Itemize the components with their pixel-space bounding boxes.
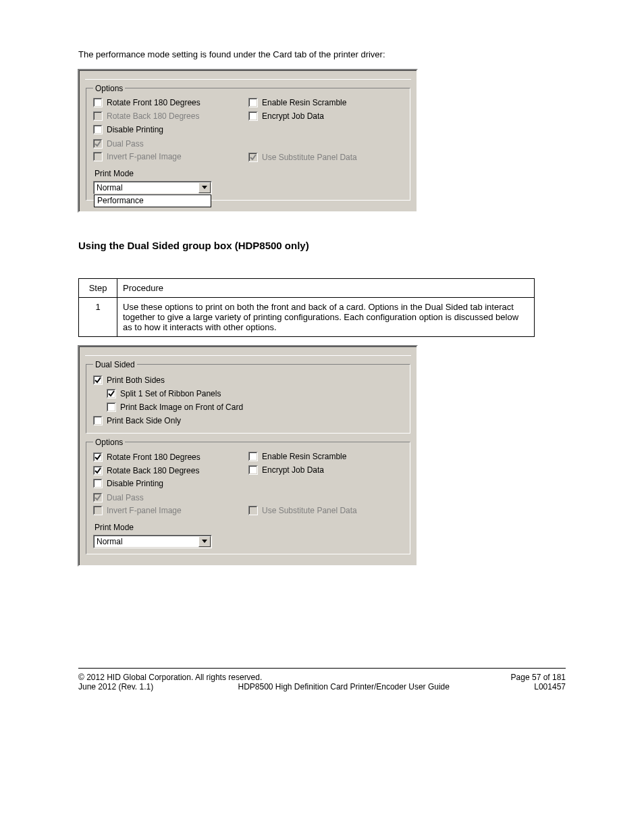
checkbox-label: Print Back Side Only — [107, 416, 181, 425]
footer-page: Page 57 of 181 — [511, 673, 566, 682]
use-substitute-panel-checkbox: Use Substitute Panel Data — [248, 153, 357, 162]
invert-fpanel-checkbox-2: Invert F-panel Image — [93, 506, 182, 515]
footer-right-code: L001457 — [534, 682, 566, 692]
print-mode-dropdown-list[interactable]: Performance — [94, 194, 211, 207]
rotate-back-checkbox-2[interactable]: Rotate Back 180 Degrees — [93, 466, 199, 475]
checkbox-label: Use Substitute Panel Data — [262, 153, 357, 162]
options-group: Options Rotate Front 180 DegreesEnable R… — [86, 84, 410, 201]
split-ribbon-panels-checkbox[interactable]: Split 1 Set of Ribbon Panels — [107, 389, 221, 398]
checkbox-box — [93, 416, 103, 425]
checkbox-box — [93, 152, 103, 161]
checkbox-label: Rotate Front 180 Degrees — [107, 98, 200, 107]
checkbox-box — [107, 402, 116, 412]
checkbox-label: Invert F-panel Image — [107, 152, 182, 161]
options-legend-2: Options — [93, 438, 125, 447]
footer-divider — [78, 668, 566, 669]
print-back-only-checkbox[interactable]: Print Back Side Only — [93, 416, 181, 425]
procedure-header-cell: Procedure — [117, 278, 535, 297]
footer: © 2012 HID Global Corporation. All right… — [78, 673, 566, 682]
dual-sided-panel: Dual Sided Print Both SidesSplit 1 Set o… — [78, 345, 418, 567]
footer-left-code: June 2012 (Rev. 1.1) — [78, 682, 153, 692]
step-header-cell: Step — [79, 278, 117, 297]
checkbox-box — [248, 506, 258, 515]
options-panel-top: Options Rotate Front 180 DegreesEnable R… — [78, 69, 418, 213]
footer-doc-title: HDP8500 High Definition Card Printer/Enc… — [238, 682, 449, 692]
checkbox-box — [93, 466, 103, 475]
use-substitute-panel-checkbox-2: Use Substitute Panel Data — [248, 506, 357, 515]
checkbox-label: Print Back Image on Front of Card — [120, 402, 243, 412]
checkbox-box — [248, 98, 258, 107]
footer-2: June 2012 (Rev. 1.1) HDP8500 High Defini… — [78, 682, 566, 692]
checkbox-label: Rotate Front 180 Degrees — [107, 452, 200, 462]
checkbox-label: Dual Pass — [107, 493, 144, 502]
checkbox-label: Encrypt Job Data — [262, 111, 324, 121]
dual-pass-checkbox: Dual Pass — [93, 139, 144, 149]
checkbox-label: Encrypt Job Data — [262, 465, 324, 475]
options-legend: Options — [93, 84, 125, 93]
print-mode-combobox[interactable]: Normal Performance — [93, 181, 212, 194]
checkbox-label: Enable Resin Scramble — [262, 98, 346, 107]
checkbox-box — [93, 125, 103, 134]
print-mode-option-performance[interactable]: Performance — [95, 195, 211, 207]
step-table: Step Procedure 1 Use these options to pr… — [78, 278, 535, 337]
procedure-text-cell: Use these options to print on both the f… — [117, 297, 535, 336]
enable-resin-scramble-checkbox[interactable]: Enable Resin Scramble — [248, 98, 346, 107]
section-heading: Using the Dual Sided group box (HDP8500 … — [78, 240, 603, 251]
checkbox-box — [248, 452, 258, 461]
intro-text: The performance mode setting is found un… — [78, 49, 551, 61]
checkbox-label: Print Both Sides — [107, 375, 165, 385]
rotate-back-checkbox: Rotate Back 180 Degrees — [93, 111, 199, 121]
chevron-down-icon[interactable] — [198, 182, 211, 193]
checkbox-label: Enable Resin Scramble — [262, 452, 346, 461]
print-mode-label: Print Mode — [95, 169, 404, 178]
disable-printing-checkbox[interactable]: Disable Printing — [93, 125, 163, 134]
checkbox-box — [93, 493, 103, 502]
checkbox-box — [93, 111, 103, 121]
print-both-sides-checkbox[interactable]: Print Both Sides — [93, 375, 165, 385]
tab-strip-2 — [85, 351, 411, 356]
checkbox-label: Rotate Back 180 Degrees — [107, 111, 199, 121]
encrypt-job-data-checkbox[interactable]: Encrypt Job Data — [248, 111, 324, 121]
print-mode-value: Normal — [94, 182, 198, 194]
checkbox-box — [93, 98, 103, 107]
checkbox-box — [248, 153, 258, 162]
disable-printing-checkbox-2[interactable]: Disable Printing — [93, 479, 163, 488]
checkbox-box — [93, 479, 103, 488]
dual-sided-group: Dual Sided Print Both SidesSplit 1 Set o… — [86, 360, 410, 434]
dual-sided-legend: Dual Sided — [93, 360, 137, 369]
checkbox-box — [107, 389, 116, 398]
dual-pass-checkbox-2: Dual Pass — [93, 493, 144, 502]
encrypt-job-data-checkbox-2[interactable]: Encrypt Job Data — [248, 465, 324, 475]
print-mode-label-2: Print Mode — [95, 523, 404, 532]
step-number-cell: 1 — [79, 297, 117, 336]
print-mode-value-2: Normal — [94, 536, 198, 548]
tab-strip — [85, 75, 411, 80]
checkbox-box — [93, 139, 103, 149]
checkbox-box — [93, 506, 103, 515]
checkbox-label: Disable Printing — [107, 479, 163, 488]
print-mode-combobox-2[interactable]: Normal — [93, 535, 212, 548]
chevron-down-icon-2[interactable] — [198, 536, 211, 547]
invert-fpanel-checkbox: Invert F-panel Image — [93, 152, 182, 161]
checkbox-label: Use Substitute Panel Data — [262, 506, 357, 515]
print-back-on-front-checkbox[interactable]: Print Back Image on Front of Card — [107, 402, 243, 412]
checkbox-box — [248, 465, 258, 475]
checkbox-label: Invert F-panel Image — [107, 506, 182, 515]
checkbox-label: Disable Printing — [107, 125, 163, 134]
enable-resin-scramble-checkbox-2[interactable]: Enable Resin Scramble — [248, 452, 346, 461]
footer-copyright: © 2012 HID Global Corporation. All right… — [78, 673, 262, 682]
checkbox-label: Rotate Back 180 Degrees — [107, 466, 199, 475]
options-group-2: Options Rotate Front 180 DegreesEnable R… — [86, 438, 410, 554]
checkbox-label: Split 1 Set of Ribbon Panels — [120, 389, 221, 398]
checkbox-box — [93, 375, 103, 385]
checkbox-box — [248, 111, 258, 121]
rotate-front-checkbox[interactable]: Rotate Front 180 Degrees — [93, 98, 200, 107]
checkbox-label: Dual Pass — [107, 139, 144, 149]
checkbox-box — [93, 452, 103, 462]
rotate-front-checkbox-2[interactable]: Rotate Front 180 Degrees — [93, 452, 200, 462]
